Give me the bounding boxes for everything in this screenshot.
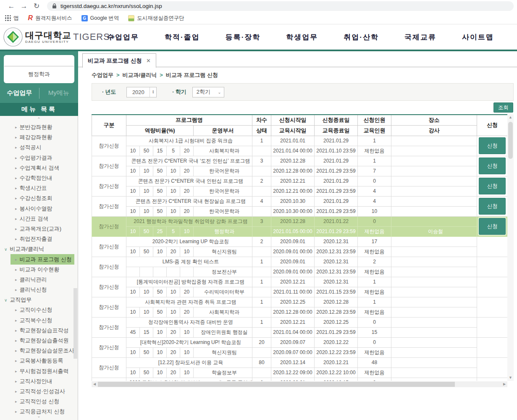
spinner-arrows-icon[interactable]: ▲▼ bbox=[150, 87, 156, 97]
program-row-main[interactable]: 참가신청[대학혁신]2020-2학기 Learning UP! 학습코칭2020… bbox=[92, 337, 508, 347]
sidebar-item[interactable]: ▸수업계획서 검색 bbox=[0, 163, 78, 173]
sidebar-item[interactable]: ▸교직적인성 신청 bbox=[0, 396, 78, 407]
sidebar-item[interactable]: ▸수업평가결과 bbox=[0, 153, 78, 163]
tab-course-work[interactable]: 수업업무 bbox=[0, 89, 39, 97]
sidebar-group[interactable]: ∨비교과/클리닉 bbox=[0, 244, 78, 254]
sidebar-item[interactable]: ▸봉사이수열람 bbox=[0, 204, 78, 214]
apply-button[interactable]: 신청 bbox=[479, 178, 506, 194]
program-row-main[interactable]: 참가신청LMS-줌 계정 확인 테스트12020.09.012020.12.31… bbox=[92, 257, 508, 267]
search-button[interactable]: 조회 bbox=[493, 102, 513, 113]
program-row-sub[interactable]: 105025510행정학과2021.01.05 00:002021.01.29 … bbox=[92, 226, 508, 236]
address-bar[interactable]: tigersstd.daegu.ac.kr/nxrun/ssoLogin.jsp bbox=[47, 1, 514, 11]
nav-item-수업업무[interactable]: 수업업무 bbox=[107, 32, 139, 42]
nav-item-학생업무[interactable]: 학생업무 bbox=[286, 32, 318, 42]
close-icon[interactable]: ✕ bbox=[146, 58, 151, 64]
sidebar-item[interactable]: ▸시간표 검색 bbox=[0, 214, 78, 224]
scroll-up-icon[interactable]: ▲ bbox=[507, 114, 514, 121]
sidebar-item[interactable]: ▸교직적성·인성검사 bbox=[0, 386, 78, 396]
apply-button[interactable]: 신청 bbox=[479, 158, 506, 174]
ratio-cell bbox=[153, 267, 167, 277]
program-row-sub[interactable]: 1050102010학술정보부2020.12.22 09:002020.12.2… bbox=[92, 368, 508, 378]
sidebar-item[interactable]: ▸학생시간표 bbox=[0, 183, 78, 193]
scroll-right-icon[interactable]: ▶ bbox=[501, 381, 507, 387]
program-row-main[interactable]: 참가신청2020-2학기 Learning UP 학습코칭22020.09.01… bbox=[92, 236, 508, 247]
program-row-sub[interactable]: 1050102010혁신지원팀2020.09.07 00:002020.12.2… bbox=[92, 347, 508, 357]
program-row-main[interactable]: 참가신청콘텐츠 전문가 C*ENTER 국내 인턴십 프로그램22020.12.… bbox=[92, 176, 508, 186]
sidebar-item[interactable]: ▸학교현장실습표작성 bbox=[0, 326, 78, 336]
program-row-main[interactable]: 참가신청청각장애인통역사 자격증 대비반 운영12020.12.212020.1… bbox=[92, 317, 508, 327]
program-row-sub[interactable]: 4515102010장애인위원회 행정실2021.01.04 00:002021… bbox=[92, 327, 508, 337]
tab-my-menu[interactable]: My메뉴 bbox=[39, 89, 79, 97]
sidebar-item[interactable]: ▸클리닉관리 bbox=[0, 275, 78, 285]
sidebar-item[interactable]: ▸분반강좌현황 bbox=[0, 122, 78, 132]
scroll-left-icon[interactable]: ◀ bbox=[92, 381, 97, 387]
sidebar-item[interactable]: ▸클리닉신청 bbox=[0, 285, 78, 295]
sidebar-scrollbar-thumb[interactable] bbox=[73, 288, 77, 359]
reload-icon[interactable]: ↻ bbox=[30, 2, 43, 10]
sidebar-item[interactable]: ▸교육봉사활동등록 bbox=[0, 356, 78, 366]
program-row-main[interactable]: 참가신청콘텐츠 전문가 C*ENTER 국내 현장실습 프로그램42020.10… bbox=[92, 196, 508, 206]
program-row-main[interactable]: 참가신청[12.22] 창파도서관 이용 교육802020.12.142020.… bbox=[92, 357, 508, 368]
sidebar-item[interactable]: ▸성적공시 bbox=[0, 142, 78, 152]
horizontal-scrollbar[interactable]: ◀ ▶ bbox=[92, 381, 507, 387]
program-row-sub[interactable]: 1010501020수리빅데이터학부2021.01.11 00:002021.0… bbox=[92, 287, 508, 297]
sidebar-item-label: 수업계획서 검색 bbox=[20, 164, 60, 172]
sidebar-item[interactable]: ▸교직사정안내 bbox=[0, 376, 78, 386]
nav-item-취업·산학[interactable]: 취업·산학 bbox=[344, 32, 379, 42]
header-apply-end: 신청종료일 bbox=[315, 115, 358, 125]
bookmark-urban-research[interactable]: 도시재생실증연구단 bbox=[128, 15, 184, 22]
apply-button[interactable]: 신청 bbox=[479, 218, 506, 235]
sidebar-item[interactable]: ▸비교과 프로그램 신청 bbox=[10, 254, 74, 264]
sidebar-item[interactable]: ▸교직이수신청 bbox=[0, 305, 78, 315]
menu-scroll-down-icon[interactable]: ⌄ bbox=[0, 414, 78, 419]
scroll-down-icon[interactable]: ▼ bbox=[507, 375, 514, 381]
apply-button[interactable]: 신청 bbox=[479, 137, 506, 154]
program-row-sub[interactable]: 105015520사회복지학과2021.01.04 00:002021.01.1… bbox=[92, 146, 508, 156]
sidebar-item[interactable]: ▸교과목개요(교과) bbox=[0, 224, 78, 234]
vertical-scrollbar[interactable]: ▲ ▼ bbox=[507, 114, 514, 381]
nav-item-사이트맵[interactable]: 사이트맵 bbox=[462, 32, 494, 42]
program-row-sub[interactable]: 1010501020사회복지학과2020.12.28 00:002020.12.… bbox=[92, 307, 508, 317]
program-row-sub[interactable]: 1010501020한국어문학과2020.12.28 00:002021.01.… bbox=[92, 166, 508, 176]
sidebar-item[interactable]: ▸학교현장실습설문조사 bbox=[0, 346, 78, 356]
sidebar-item[interactable]: ▸비교과 이수현황 bbox=[0, 265, 78, 275]
instructor-cell bbox=[391, 166, 477, 176]
sidebar-item[interactable]: ▸수강신청조회 bbox=[0, 193, 78, 203]
horizontal-scrollbar-thumb[interactable] bbox=[98, 382, 455, 387]
ratio-cell: 50 bbox=[140, 146, 153, 156]
program-row-main[interactable]: 참가신청2020 특화분야 융복합 인재양성 프로그램 - 동문 졸업생6202… bbox=[92, 378, 508, 381]
tab-program-apply[interactable]: 비교과 프로그램 신청 ✕ bbox=[82, 53, 156, 68]
menu-scroll-up-icon[interactable]: ⌃ bbox=[0, 117, 78, 122]
bookmark-apps[interactable]: 앱 bbox=[5, 15, 19, 22]
program-row-sub[interactable]: 정보전산부2020.09.01 00:002020.12.31 23:59제한없… bbox=[92, 267, 508, 277]
forward-icon[interactable]: → bbox=[18, 2, 30, 10]
sidebar-item[interactable]: ▸취업전자출결 bbox=[0, 234, 78, 244]
sidebar-item[interactable]: ▸학교현장실습출석원 bbox=[0, 336, 78, 346]
apply-button[interactable]: 신청 bbox=[479, 198, 506, 215]
university-logo[interactable]: 대구대학교 DAEGU UNIVERSITY TIGERS+ bbox=[3, 27, 116, 47]
sidebar-item[interactable]: ▸수강학점안내 bbox=[0, 173, 78, 183]
year-stepper[interactable]: 2020 ▲▼ bbox=[126, 87, 157, 97]
semester-select[interactable]: 2학기 ⌄ bbox=[192, 87, 224, 97]
program-row-sub[interactable]: 1050102010혁신지원팀2020.09.01 00:002020.12.3… bbox=[92, 247, 508, 257]
program-row-main[interactable]: 참가신청2021 행정학과 학과밀착형 취업역량 강화 프로그램32020.12… bbox=[92, 216, 508, 226]
nav-item-학적·졸업[interactable]: 학적·졸업 bbox=[165, 32, 200, 42]
program-row-main[interactable]: 참가신청콘텐츠 전문가 C*ENTER 국내 ‘도전 인턴십’ 프로그램3202… bbox=[92, 156, 508, 166]
program-row-main[interactable]: 참가신청사회복지학과 관련 자격증 취득 프로그램12020.12.252020… bbox=[92, 297, 508, 307]
vertical-scrollbar-thumb[interactable] bbox=[508, 122, 513, 159]
program-title-cell: 2020-2학기 Learning UP 학습코칭 bbox=[126, 236, 252, 247]
nav-item-국제교류[interactable]: 국제교류 bbox=[404, 32, 436, 42]
sidebar-item[interactable]: ▸교직복수신청 bbox=[0, 315, 78, 326]
program-row-sub[interactable]: 1010501020한국어문학과2020.12.21 00:002021.01.… bbox=[92, 186, 508, 196]
sidebar-item[interactable]: ▸폐강강좌현황 bbox=[0, 132, 78, 142]
bookmark-google-translate[interactable]: G Google 번역 bbox=[81, 15, 119, 22]
sidebar-item[interactable]: ▸무시험검정원서출력 bbox=[0, 366, 78, 376]
program-row-main[interactable]: 참가신청사회복지사 1급 시험대비 집중 워크솝12021.01.012021.… bbox=[92, 136, 508, 146]
nav-item-등록·장학[interactable]: 등록·장학 bbox=[226, 32, 261, 42]
bookmark-remote-support[interactable]: R 원격지원서비스 bbox=[28, 14, 72, 22]
program-row-sub[interactable]: 1010501020한국어문학과2020.10.30 00:002021.01.… bbox=[92, 206, 508, 216]
triangle-right-icon: ▸ bbox=[15, 308, 17, 312]
program-row-main[interactable]: 참가신청[통계빅데이터전공] 방학집중형 자격증 프로그램12020.12.21… bbox=[92, 277, 508, 287]
back-icon[interactable]: ← bbox=[5, 2, 18, 10]
sidebar-group[interactable]: ∨교직업무 bbox=[0, 295, 78, 305]
